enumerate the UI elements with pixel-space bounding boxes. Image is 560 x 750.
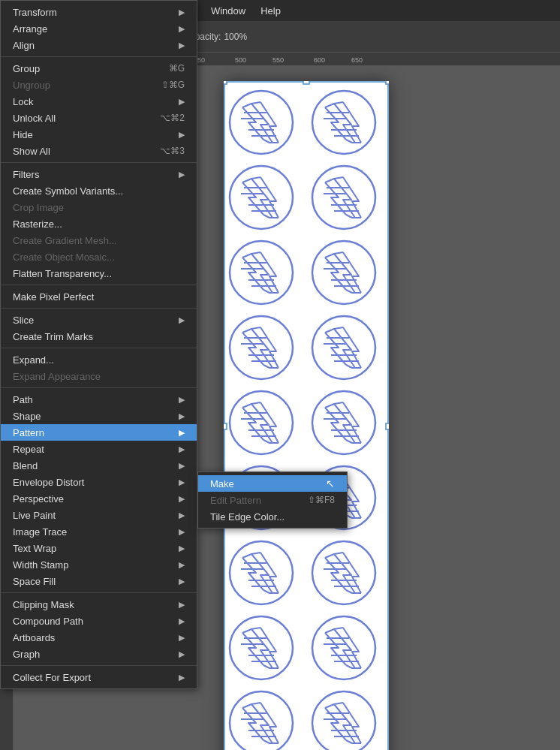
menu-item-create-symbol-variants[interactable]: Create Symbol Variants... (1, 182, 197, 199)
menu-item-perspective-label: Perspective (13, 493, 64, 505)
opacity-value[interactable]: 100% (224, 32, 247, 42)
menu-item-text-wrap[interactable]: Text Wrap ▶ (1, 540, 197, 556)
menu-item-ungroup-label: Ungroup (13, 80, 50, 91)
menu-item-filters[interactable]: Filters ▶ (1, 166, 197, 182)
menu-item-slice-label: Slice (13, 315, 34, 326)
menu-item-lock-arrow: ▶ (179, 97, 185, 107)
menu-item-filters-arrow: ▶ (179, 170, 185, 179)
submenu-item-make[interactable]: Make ↖ (198, 475, 347, 492)
menu-item-align[interactable]: Align ▶ (1, 37, 197, 53)
menu-item-group-shortcut: ⌘G (169, 63, 185, 74)
menu-item-pattern-label: Pattern (13, 427, 44, 438)
menu-item-width-stamp[interactable]: Width Stamp ▶ (1, 556, 197, 573)
pattern-submenu: Make ↖ Edit Pattern ⇧⌘F8 Tile Edge Color… (197, 471, 348, 529)
menu-item-hide[interactable]: Hide ▶ (1, 126, 197, 143)
svg-point-0 (226, 83, 289, 146)
menu-item-flatten-transparency-label: Flatten Transparency... (13, 268, 112, 279)
menu-item-rasterize-label: Rasterize... (13, 218, 62, 230)
menu-item-make-pixel-perfect[interactable]: Make Pixel Perfect (1, 288, 197, 305)
menu-item-filters-label: Filters (13, 169, 39, 180)
menu-item-transform[interactable]: Transform ▶ (1, 4, 197, 20)
menu-item-lock-label: Lock (13, 96, 33, 107)
menu-item-show-all[interactable]: Show All ⌥⌘3 (1, 143, 197, 159)
menu-item-collect-for-export-label: Collect For Export (13, 672, 91, 683)
menu-item-graph[interactable]: Graph ▶ (1, 646, 197, 662)
menu-item-image-trace[interactable]: Image Trace ▶ (1, 523, 197, 540)
menu-item-rasterize[interactable]: Rasterize... (1, 215, 197, 232)
menu-item-path[interactable]: Path ▶ (1, 391, 197, 408)
menu-item-ungroup-shortcut: ⇧⌘G (161, 80, 185, 90)
menu-item-pattern-arrow: ▶ (179, 428, 185, 438)
menu-item-space-fill[interactable]: Space Fill ▶ (1, 573, 197, 589)
menu-item-perspective[interactable]: Perspective ▶ (1, 490, 197, 507)
menu-item-create-symbol-variants-label: Create Symbol Variants... (13, 185, 123, 197)
menu-item-compound-path-label: Compound Path (13, 616, 83, 627)
menu-item-arrange-label: Arrange (13, 23, 47, 35)
menu-item-expand[interactable]: Expand... (1, 351, 197, 368)
menu-sep-3 (1, 285, 197, 285)
menu-item-unlock-all[interactable]: Unlock All ⌥⌘2 (1, 110, 197, 126)
menu-item-envelope-distort-label: Envelope Distort (13, 477, 84, 488)
menu-item-clipping-mask[interactable]: Clipping Mask ▶ (1, 596, 197, 613)
menu-item-arrange[interactable]: Arrange ▶ (1, 20, 197, 37)
menubar-item-help[interactable]: Help (253, 2, 288, 20)
menu-item-expand-label: Expand... (13, 354, 54, 366)
menu-sep-8 (1, 665, 197, 666)
menu-item-width-stamp-label: Width Stamp (13, 559, 68, 571)
menu-item-group[interactable]: Group ⌘G (1, 60, 197, 77)
ruler-mark-500: 500 (235, 56, 246, 64)
menu-item-envelope-distort[interactable]: Envelope Distort ▶ (1, 474, 197, 490)
submenu-item-make-label: Make (210, 478, 234, 489)
menu-item-artboards[interactable]: Artboards ▶ (1, 629, 197, 646)
menu-sep-5 (1, 348, 197, 348)
menu-item-collect-for-export[interactable]: Collect For Export ▶ (1, 669, 197, 685)
ruler-mark-550: 550 (272, 56, 284, 64)
menu-item-group-label: Group (13, 63, 40, 74)
menu-item-create-gradient-mesh: Create Gradient Mesh... (1, 232, 197, 248)
menu-sep-7 (1, 592, 197, 593)
menu-item-live-paint-arrow: ▶ (179, 511, 185, 520)
submenu-item-edit-pattern: Edit Pattern ⇧⌘F8 (198, 492, 347, 508)
menubar-item-window[interactable]: Window (203, 2, 253, 20)
menu-item-blend[interactable]: Blend ▶ (1, 457, 197, 474)
menu-item-graph-label: Graph (13, 649, 40, 660)
menu-item-expand-appearance-label: Expand Appearance (13, 371, 101, 382)
menu-item-transform-label: Transform (13, 7, 57, 18)
menu-item-width-stamp-arrow: ▶ (179, 560, 185, 570)
menu-item-align-arrow: ▶ (179, 41, 185, 50)
menu-item-collect-for-export-arrow: ▶ (179, 673, 185, 682)
ruler-mark-650: 650 (351, 56, 363, 64)
menu-item-image-trace-arrow: ▶ (179, 527, 185, 537)
menu-item-repeat[interactable]: Repeat ▶ (1, 441, 197, 457)
menu-item-path-arrow: ▶ (179, 395, 185, 405)
menu-item-create-trim-marks[interactable]: Create Trim Marks (1, 328, 197, 345)
menu-item-shape[interactable]: Shape ▶ (1, 408, 197, 424)
submenu-item-tile-edge-color-label: Tile Edge Color... (210, 511, 285, 523)
menu-item-slice[interactable]: Slice ▶ (1, 312, 197, 328)
menu-item-shape-arrow: ▶ (179, 411, 185, 421)
menu-item-text-wrap-label: Text Wrap (13, 543, 56, 554)
menu-item-hide-arrow: ▶ (179, 130, 185, 140)
menu-item-clipping-mask-arrow: ▶ (179, 600, 185, 610)
menu-item-show-all-label: Show All (13, 146, 50, 157)
menu-item-perspective-arrow: ▶ (179, 494, 185, 504)
menu-item-create-trim-marks-label: Create Trim Marks (13, 331, 93, 342)
menu-item-live-paint[interactable]: Live Paint ▶ (1, 507, 197, 523)
menu-item-blend-arrow: ▶ (179, 461, 185, 471)
menu-item-show-all-shortcut: ⌥⌘3 (160, 146, 185, 156)
submenu-item-edit-pattern-label: Edit Pattern (210, 495, 261, 506)
menu-item-unlock-all-shortcut: ⌥⌘2 (160, 113, 185, 123)
menu-item-crop-image: Crop Image (1, 199, 197, 215)
menu-item-live-paint-label: Live Paint (13, 510, 56, 521)
menu-item-unlock-all-label: Unlock All (13, 113, 56, 124)
menu-item-ungroup: Ungroup ⇧⌘G (1, 77, 197, 93)
menu-item-space-fill-arrow: ▶ (179, 577, 185, 586)
submenu-item-tile-edge-color[interactable]: Tile Edge Color... (198, 508, 347, 525)
menu-item-lock[interactable]: Lock ▶ (1, 93, 197, 110)
cursor-icon: ↖ (326, 477, 335, 489)
menu-item-repeat-label: Repeat (13, 444, 44, 455)
menu-item-pattern[interactable]: Pattern ▶ (1, 424, 197, 441)
menu-item-transform-arrow: ▶ (179, 8, 185, 17)
menu-item-flatten-transparency[interactable]: Flatten Transparency... (1, 265, 197, 282)
menu-item-compound-path[interactable]: Compound Path ▶ (1, 613, 197, 629)
